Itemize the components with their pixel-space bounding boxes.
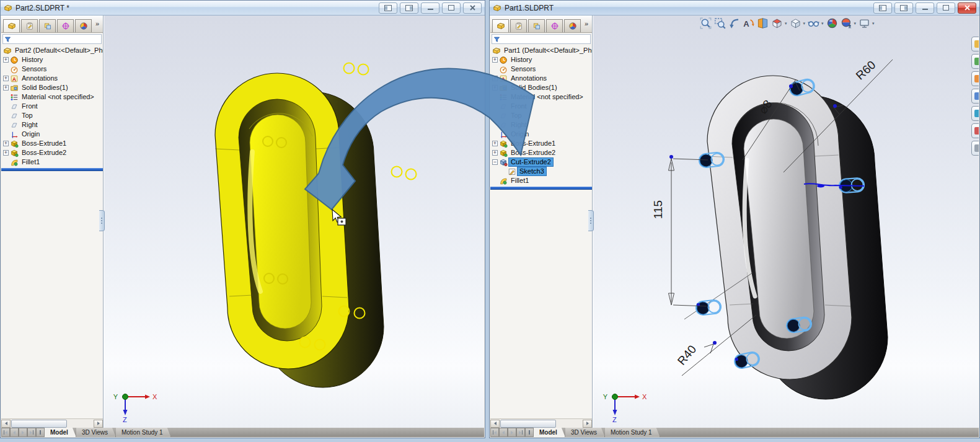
annotation-views-icon[interactable]: [743, 17, 754, 29]
expand-toggle[interactable]: +: [3, 85, 9, 91]
dropdown-arrow-icon[interactable]: ▾: [785, 21, 787, 26]
tree-item[interactable]: +History: [1, 55, 103, 64]
graphics-viewport[interactable]: Y X Z: [104, 15, 484, 428]
minimize-button[interactable]: [421, 2, 439, 14]
minimize-button[interactable]: [916, 2, 934, 14]
expand-toggle[interactable]: +: [3, 76, 9, 81]
tree-root[interactable]: Part2 (Default<<Default>_Photo: [1, 46, 103, 55]
next-tab-button[interactable]: [19, 428, 27, 437]
section-view-icon[interactable]: [757, 17, 769, 29]
scroll-thumb[interactable]: [11, 420, 67, 428]
tree-item[interactable]: Top: [1, 111, 103, 120]
restore-button[interactable]: [442, 2, 461, 14]
tree-item[interactable]: +Solid Bodies(1): [490, 83, 592, 92]
dropdown-arrow-icon[interactable]: ▾: [803, 21, 806, 26]
expand-toggle[interactable]: +: [3, 57, 9, 63]
expand-toggle[interactable]: +: [3, 141, 9, 146]
home-icon[interactable]: [971, 37, 979, 51]
tree-item[interactable]: +Annotations: [490, 74, 592, 83]
tree-item[interactable]: Right: [1, 120, 103, 130]
expand-toggle[interactable]: +: [492, 141, 498, 146]
expand-toggle[interactable]: +: [492, 76, 498, 81]
scroll-right-button[interactable]: [583, 420, 592, 428]
tree-item[interactable]: +Boss-Extrude1: [490, 139, 592, 148]
tree-horizontal-scrollbar[interactable]: [490, 418, 592, 428]
tree-item[interactable]: Material <not specified>: [1, 92, 103, 102]
tree-item[interactable]: Right: [490, 120, 592, 130]
tab-model[interactable]: Model: [534, 428, 565, 437]
scroll-right-button[interactable]: [94, 420, 103, 428]
zoom-to-fit-icon[interactable]: [700, 17, 712, 29]
scroll-left-button[interactable]: [1, 420, 11, 428]
tab-featuremanager[interactable]: [492, 19, 509, 32]
tree-item[interactable]: +Boss-Extrude2: [490, 148, 592, 157]
window-right-button[interactable]: [894, 2, 913, 14]
edit-appearance-icon[interactable]: [826, 17, 838, 29]
resources-icon[interactable]: [971, 54, 979, 69]
apply-scene-icon[interactable]: [841, 17, 852, 29]
web-icon[interactable]: [971, 106, 979, 121]
tab-motion-study-1[interactable]: Motion Study 1: [116, 428, 171, 437]
tree-item[interactable]: +History: [490, 55, 592, 64]
expand-toggle[interactable]: +: [3, 150, 9, 156]
rollback-bar[interactable]: [490, 187, 592, 190]
tree-item[interactable]: Origin: [1, 130, 103, 139]
tab-splitter-button[interactable]: [36, 428, 45, 437]
tree-item[interactable]: +Boss-Extrude1: [1, 139, 103, 148]
previous-view-icon[interactable]: [728, 17, 740, 29]
window-left-button[interactable]: [873, 2, 892, 14]
tree-filter-input[interactable]: [2, 34, 102, 44]
panel-splitter-handle[interactable]: [588, 210, 594, 231]
view-settings-icon[interactable]: [859, 17, 870, 29]
tab-dimxpertmanager[interactable]: [57, 19, 74, 32]
tree-filter-input[interactable]: [492, 34, 591, 44]
tree-item[interactable]: Origin: [490, 130, 592, 139]
close-button[interactable]: [463, 2, 482, 14]
tree-item-sketch3[interactable]: Sketch3: [490, 167, 592, 176]
tree-item[interactable]: +Annotations: [1, 74, 103, 83]
tab-dimxpertmanager[interactable]: [546, 19, 563, 32]
custom-properties-icon[interactable]: [971, 141, 979, 156]
tab-splitter-button[interactable]: [525, 428, 534, 437]
scroll-thumb[interactable]: [500, 420, 556, 428]
last-tab-button[interactable]: [516, 428, 525, 437]
titlebar[interactable]: Part1.SLDPRT: [490, 1, 979, 15]
tab-3d-views[interactable]: 3D Views: [565, 428, 605, 437]
first-tab-button[interactable]: [490, 428, 499, 437]
scroll-left-button[interactable]: [490, 420, 500, 428]
panel-overflow-chevron[interactable]: »: [95, 20, 101, 29]
appearances-icon[interactable]: [971, 123, 979, 138]
tree-item[interactable]: Fillet1: [1, 157, 103, 167]
last-tab-button[interactable]: [27, 428, 36, 437]
expand-toggle[interactable]: +: [492, 85, 498, 91]
panel-overflow-chevron[interactable]: »: [585, 20, 590, 29]
first-tab-button[interactable]: [1, 428, 10, 437]
tab-displaymanager[interactable]: [564, 19, 581, 32]
tree-horizontal-scrollbar[interactable]: [1, 418, 103, 428]
tree-item[interactable]: +Solid Bodies(1): [1, 83, 103, 92]
tab-3d-views[interactable]: 3D Views: [76, 428, 116, 437]
expand-toggle[interactable]: +: [492, 150, 498, 156]
part2-model[interactable]: [215, 73, 384, 387]
tree-item[interactable]: Material <not specified>: [490, 92, 592, 102]
tree-root[interactable]: Part1 (Default<<Default>_Photo: [490, 46, 592, 55]
window-right-button[interactable]: [400, 2, 418, 14]
prev-tab-button[interactable]: [499, 428, 508, 437]
tab-motion-study-1[interactable]: Motion Study 1: [605, 428, 660, 437]
panel-splitter-handle[interactable]: [99, 210, 105, 231]
tab-configurationmanager[interactable]: [39, 19, 56, 32]
tree-item-cut-extrude2[interactable]: −Cut-Extrude2: [490, 157, 592, 167]
design-library-icon[interactable]: [971, 71, 979, 86]
tab-propertymanager[interactable]: [510, 19, 527, 32]
hide-show-items-icon[interactable]: [808, 17, 819, 29]
tree-item[interactable]: Fillet1: [490, 176, 592, 185]
view-orientation-icon[interactable]: [771, 17, 783, 29]
titlebar[interactable]: Part2.SLDPRT *: [1, 1, 485, 15]
dropdown-arrow-icon[interactable]: ▾: [872, 21, 875, 26]
tree-item[interactable]: Sensors: [1, 64, 103, 74]
tab-propertymanager[interactable]: [21, 19, 38, 32]
tab-model[interactable]: Model: [45, 428, 76, 437]
rollback-bar[interactable]: [1, 168, 103, 171]
window-left-button[interactable]: [379, 2, 397, 14]
file-explorer-icon[interactable]: [971, 89, 979, 104]
